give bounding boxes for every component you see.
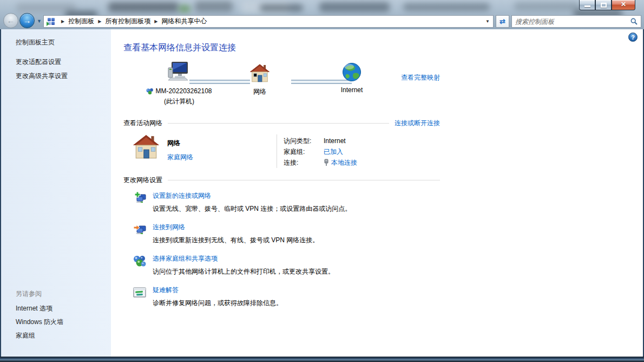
window-content: 控制面板主页 更改适配器设置 更改高级共享设置 另请参阅 Internet 选项… bbox=[0, 29, 644, 357]
setting-item-homegroup-sharing: 选择家庭组和共享选项 访问位于其他网络计算机上的文件和打印机，或更改共享设置。 bbox=[133, 254, 643, 276]
sidebar: 控制面板主页 更改适配器设置 更改高级共享设置 另请参阅 Internet 选项… bbox=[1, 29, 111, 357]
breadcrumb-network-sharing-center[interactable]: 网络和共享中心 bbox=[161, 17, 207, 26]
setting-item-troubleshoot: 疑难解答 诊断并修复网络问题，或获得故障排除信息。 bbox=[133, 286, 643, 308]
sidebar-item-windows-firewall[interactable]: Windows 防火墙 bbox=[16, 318, 63, 326]
section-divider bbox=[168, 123, 389, 124]
globe-icon bbox=[325, 62, 379, 82]
homegroup-options-description: 访问位于其他网络计算机上的文件和打印机，或更改共享设置。 bbox=[153, 267, 334, 276]
computer-sublabel: (此计算机) bbox=[139, 97, 220, 106]
connect-disconnect-link[interactable]: 连接或断开连接 bbox=[395, 119, 440, 128]
page-title: 查看基本网络信息并设置连接 bbox=[123, 42, 643, 54]
active-networks-header-row: 查看活动网络 连接或断开连接 bbox=[123, 119, 440, 128]
new-connection-link[interactable]: 设置新的连接或网络 bbox=[153, 192, 211, 199]
main-panel: ? 查看基本网络信息并设置连接 bbox=[111, 29, 643, 357]
house-icon bbox=[233, 63, 287, 83]
refresh-button[interactable]: ⇄ bbox=[496, 15, 509, 28]
detail-value: Internet bbox=[324, 137, 346, 145]
detail-label: 访问类型: bbox=[284, 137, 324, 146]
breadcrumb-arrow-icon: ▶ bbox=[61, 19, 64, 24]
setting-item-new-connection: 设置新的连接或网络 设置无线、宽带、拨号、临时或 VPN 连接；或设置路由器或访… bbox=[133, 191, 643, 214]
minimize-button[interactable] bbox=[579, 0, 595, 10]
connect-network-description: 连接到或重新连接到无线、有线、拨号或 VPN 网络连接。 bbox=[153, 236, 319, 245]
setting-item-connect-network: 连接到网络 连接到或重新连接到无线、有线、拨号或 VPN 网络连接。 bbox=[133, 223, 643, 245]
back-icon: ← bbox=[7, 16, 15, 25]
troubleshoot-description: 诊断并修复网络问题，或获得故障排除信息。 bbox=[153, 299, 282, 308]
homegroup-joined-link[interactable]: 已加入 bbox=[324, 147, 343, 157]
see-also-section: 另请参阅 Internet 选项 Windows 防火墙 家庭组 bbox=[16, 289, 63, 345]
homegroup-spheres-icon bbox=[133, 254, 147, 268]
close-button[interactable]: ✕ bbox=[612, 0, 635, 10]
computer-icon bbox=[139, 61, 220, 82]
active-networks-header: 查看活动网络 bbox=[123, 119, 162, 128]
ethernet-plug-icon bbox=[324, 159, 329, 166]
internet-map-label: Internet bbox=[325, 86, 379, 94]
connect-network-link[interactable]: 连接到网络 bbox=[153, 223, 185, 231]
address-dropdown-icon[interactable]: ▼ bbox=[485, 19, 490, 24]
sidebar-item-internet-options[interactable]: Internet 选项 bbox=[16, 304, 63, 313]
card-divider bbox=[277, 134, 277, 168]
forward-icon: → bbox=[23, 16, 31, 25]
forward-button[interactable]: → bbox=[19, 13, 35, 28]
change-settings-header-row: 更改网络设置 bbox=[123, 176, 440, 185]
homegroup-options-link[interactable]: 选择家庭组和共享选项 bbox=[153, 255, 218, 262]
help-button[interactable]: ? bbox=[628, 33, 638, 42]
map-node-internet[interactable]: Internet bbox=[325, 62, 379, 94]
sidebar-item-homegroup[interactable]: 家庭组 bbox=[16, 331, 63, 340]
settings-list: 设置新的连接或网络 设置无线、宽带、拨号、临时或 VPN 连接；或设置路由器或访… bbox=[133, 191, 643, 308]
close-icon: ✕ bbox=[621, 1, 626, 8]
detail-row-homegroup: 家庭组: 已加入 bbox=[284, 146, 357, 157]
network-center-icon bbox=[47, 17, 55, 26]
active-network-card: 网络 家庭网络 访问类型: Internet 家庭组: 已加入 连接: bbox=[133, 134, 449, 168]
connect-network-icon bbox=[133, 223, 147, 237]
window-titlebar[interactable]: ✕ ← → ▼ ▶ 控制面板 ▶ 所有控制面板项 ▶ 网络和共享中心 ▼ ⇄ bbox=[0, 0, 644, 29]
sidebar-item-change-adapter-settings[interactable]: 更改适配器设置 bbox=[16, 57, 111, 66]
search-icon bbox=[630, 18, 638, 25]
homegroup-mini-icon bbox=[146, 88, 154, 95]
network-type-link[interactable]: 家庭网络 bbox=[167, 153, 193, 161]
minimize-icon bbox=[584, 5, 590, 7]
see-full-map-link[interactable]: 查看完整映射 bbox=[401, 73, 440, 82]
back-button[interactable]: ← bbox=[3, 13, 18, 28]
see-also-header: 另请参阅 bbox=[16, 289, 63, 299]
network-map: MM-202203262108 (此计算机) bbox=[123, 61, 440, 113]
breadcrumb-control-panel[interactable]: 控制面板 bbox=[68, 17, 94, 26]
local-connection-link[interactable]: 本地连接 bbox=[331, 158, 357, 167]
breadcrumb-arrow-icon: ▶ bbox=[98, 19, 101, 24]
troubleshoot-link[interactable]: 疑难解答 bbox=[153, 286, 179, 294]
network-map-label: 网络 bbox=[233, 87, 287, 96]
computer-name-label: MM-202203262108 bbox=[155, 87, 212, 95]
search-box bbox=[511, 15, 641, 28]
section-divider bbox=[168, 180, 440, 180]
new-connection-icon bbox=[133, 191, 147, 205]
address-bar[interactable]: ▶ 控制面板 ▶ 所有控制面板项 ▶ 网络和共享中心 ▼ bbox=[43, 15, 494, 28]
window-bottom-border bbox=[0, 357, 644, 362]
detail-row-access-type: 访问类型: Internet bbox=[284, 135, 357, 146]
breadcrumb-all-items[interactable]: 所有控制面板项 bbox=[105, 17, 150, 26]
search-input[interactable] bbox=[512, 16, 630, 27]
detail-row-connections: 连接: 本地连接 bbox=[284, 157, 357, 168]
active-network-name: 网络 bbox=[167, 139, 193, 148]
change-settings-header: 更改网络设置 bbox=[123, 176, 162, 185]
breadcrumb-arrow-icon: ▶ bbox=[154, 19, 157, 24]
maximize-icon bbox=[601, 3, 607, 8]
new-connection-description: 设置无线、宽带、拨号、临时或 VPN 连接；或设置路由器或访问点。 bbox=[153, 204, 351, 214]
network-sharing-center-window: ✕ ← → ▼ ▶ 控制面板 ▶ 所有控制面板项 ▶ 网络和共享中心 ▼ ⇄ bbox=[0, 0, 644, 362]
detail-label: 连接: bbox=[284, 158, 324, 167]
house-icon bbox=[133, 134, 160, 159]
detail-label: 家庭组: bbox=[284, 147, 324, 157]
recent-pages-dropdown[interactable]: ▼ bbox=[37, 18, 42, 24]
window-controls: ✕ bbox=[579, 0, 635, 10]
sidebar-item-control-panel-home[interactable]: 控制面板主页 bbox=[16, 38, 111, 47]
map-node-network[interactable]: 网络 bbox=[233, 63, 287, 96]
troubleshoot-icon bbox=[133, 286, 147, 300]
maximize-button[interactable] bbox=[595, 0, 612, 10]
sidebar-item-change-advanced-sharing[interactable]: 更改高级共享设置 bbox=[16, 72, 111, 80]
